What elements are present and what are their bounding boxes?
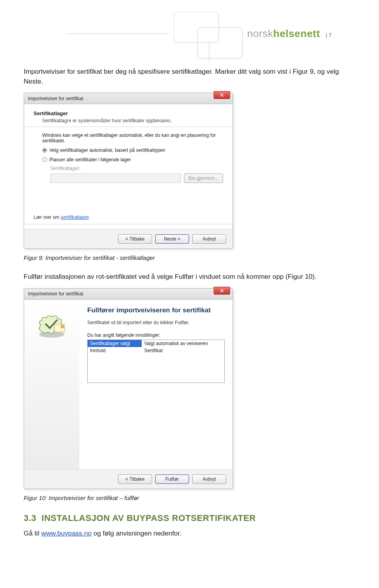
radio-place-label: Plasser alle sertifikater i følgende lag… <box>49 157 131 162</box>
cancel-button[interactable]: Avbryt <box>192 474 226 484</box>
divider <box>24 224 233 224</box>
settings-list-label: Du har angitt følgende innstillinger: <box>87 332 225 338</box>
learn-more: Lær mer om sertifikatlagre <box>34 215 223 220</box>
table-cell-key: Innhold <box>88 347 142 354</box>
brand-wordmark: norskhelsenett <box>247 28 320 40</box>
page-header: norskhelsenett | 7 <box>24 12 355 67</box>
divider <box>24 127 233 127</box>
cert-store-input[interactable] <box>50 174 181 183</box>
learn-more-link[interactable]: sertifikatlagre <box>61 215 89 220</box>
figure-caption-9: Figur 9: Importveiviser for sertifikat -… <box>24 254 355 261</box>
radio-place[interactable]: Plasser alle sertifikater i følgende lag… <box>42 157 223 162</box>
dialog-buttons: < Tilbake Neste > Avbryt <box>24 229 233 248</box>
paragraph-3: Gå til www.buypass.no og følg anvisninge… <box>24 529 355 539</box>
brand-bold: helsenett <box>273 28 320 39</box>
radio-auto[interactable]: Velg sertifikatlager automatisk, basert … <box>42 147 223 153</box>
dialog-finish: Importveiviser for sertifikat Fullfører … <box>24 288 233 489</box>
section-heading: 3.3 INSTALLASJON AV BUYPASS ROTSERTIFIKA… <box>24 513 355 523</box>
back-button[interactable]: < Tilbake <box>118 474 152 484</box>
svg-rect-0 <box>174 12 219 43</box>
radio-auto-label: Velg sertifikatlager automatisk, basert … <box>49 147 165 153</box>
header-rule <box>67 34 170 34</box>
table-cell-value: Sertifikat <box>142 347 224 354</box>
svg-rect-1 <box>197 28 242 58</box>
dialog-body: Sertifikatlager Sertifikatlagre er syste… <box>24 104 233 229</box>
certificate-icon <box>35 311 69 338</box>
table-row: Innhold Sertifikat <box>88 347 224 354</box>
buypass-link[interactable]: www.buypass.no <box>41 530 92 537</box>
brand-light: norsk <box>247 28 273 39</box>
section-title-text: INSTALLASJON AV BUYPASS ROTSERTIFIKATER <box>41 513 256 523</box>
dialog-titlebar: Importveiviser for sertifikat <box>24 289 233 300</box>
table-cell-key: Sertifikatlager valgt <box>88 340 142 347</box>
table-cell-value: Valgt automatisk av veiviseren <box>142 340 224 347</box>
next-button[interactable]: Neste > <box>155 234 189 244</box>
brand-block: norskhelsenett | 7 <box>247 28 332 40</box>
dialog-heading: Sertifikatlager <box>34 110 223 116</box>
dialog-title: Importveiviser for sertifikat <box>28 291 83 297</box>
paragraph-1: Importveiviser for sertifikat ber deg nå… <box>24 67 355 86</box>
table-row: Sertifikatlager valgt Valgt automatisk a… <box>88 340 224 347</box>
section-number: 3.3 <box>24 513 36 523</box>
dialog-subtext: Sertifikatlagre er systemområder hvor se… <box>34 118 223 123</box>
dialog-explain: Windows kan velge et sertifikatlager aut… <box>34 133 223 144</box>
dialog-title: Importveiviser for sertifikat <box>28 96 83 101</box>
settings-table: Sertifikatlager valgt Valgt automatisk a… <box>87 340 225 383</box>
browse-button[interactable]: Bla gjennom... <box>184 174 223 183</box>
svg-point-5 <box>61 325 64 328</box>
dialog-buttons: < Tilbake Fullfør Avbryt <box>24 469 233 489</box>
radio-checked-icon <box>42 148 47 153</box>
header-ornament <box>174 12 245 63</box>
radio-unchecked-icon <box>42 157 47 162</box>
back-button[interactable]: < Tilbake <box>118 234 152 244</box>
paragraph-2: Fullfør installasjonen av rot-sertifikat… <box>24 272 355 282</box>
close-icon[interactable] <box>214 287 230 295</box>
close-icon[interactable] <box>214 91 230 99</box>
field-label: Sertifikatlager: <box>50 166 223 171</box>
dialog-body: Fullfører importveiviseren for sertifika… <box>24 300 233 469</box>
figure-caption-10: Figur 10: Importveiviser for sertifikat … <box>24 495 355 501</box>
dialog-cert-store: Importveiviser for sertifikat Sertifikat… <box>24 93 233 249</box>
dialog-titlebar: Importveiviser for sertifikat <box>24 93 233 104</box>
finish-button[interactable]: Fullfør <box>155 474 189 484</box>
finish-info: Sertifikatet vil bli importert etter du … <box>87 320 225 325</box>
finish-title: Fullfører importveiviseren for sertifika… <box>87 306 225 314</box>
cancel-button[interactable]: Avbryt <box>192 234 226 244</box>
page-number: | 7 <box>326 32 332 38</box>
wizard-art <box>24 300 79 469</box>
